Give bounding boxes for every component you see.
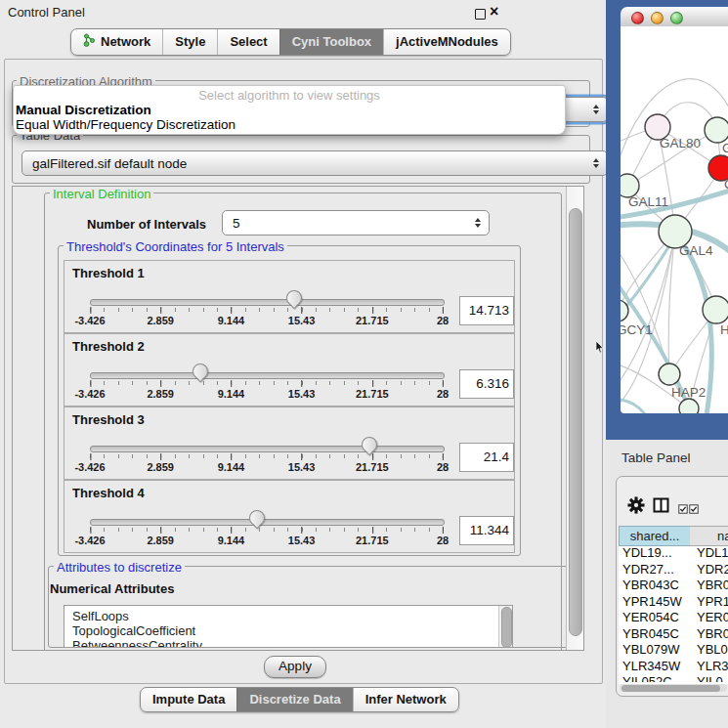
scrollbar-thumb[interactable] bbox=[621, 685, 720, 692]
network-canvas[interactable]: GAL80 GA C GAL11 GAL4 GCY1 H HAP2 bbox=[621, 26, 728, 413]
network-icon bbox=[83, 33, 96, 50]
popup-item-manual-discretization[interactable]: Manual Discretization bbox=[16, 103, 151, 117]
close-icon[interactable]: × bbox=[490, 2, 498, 21]
node-label-fragment: H bbox=[720, 322, 728, 337]
slider-ticks bbox=[90, 381, 444, 385]
tick-label: 9.144 bbox=[218, 315, 245, 326]
tick-label: 21.715 bbox=[356, 388, 389, 400]
node-label-hap2: HAP2 bbox=[671, 385, 706, 400]
table-row[interactable]: YLR345WYLR34 bbox=[619, 659, 728, 675]
tab-network[interactable]: Network bbox=[71, 29, 162, 55]
slider-thumb[interactable] bbox=[190, 361, 212, 383]
node-table: shared... na YDL19...YDL19 YDR27...YDR27… bbox=[619, 526, 728, 684]
settings-scrollbar[interactable] bbox=[566, 187, 583, 650]
attributes-group-title: Attributes to discretize bbox=[54, 560, 185, 575]
tick-label: -3.426 bbox=[74, 388, 105, 400]
node-partial-top-right[interactable] bbox=[705, 117, 728, 143]
tab-discretize-data[interactable]: Discretize Data bbox=[236, 688, 352, 711]
list-item[interactable]: SelfLoops bbox=[64, 606, 512, 623]
spinner-arrows-icon bbox=[475, 218, 481, 228]
threshold-3-value-field[interactable]: 21.4 bbox=[459, 443, 514, 472]
tick-label: -3.426 bbox=[74, 461, 105, 473]
top-tab-bar: Network Style Select Cyni Toolbox jActiv… bbox=[70, 28, 511, 56]
apply-button[interactable]: Apply bbox=[264, 656, 326, 678]
node-label-fragment: GA bbox=[722, 141, 728, 155]
num-intervals-spinner[interactable]: 5 bbox=[222, 210, 490, 236]
tick-label: 2.859 bbox=[147, 461, 174, 473]
popup-item-equal-width[interactable]: Equal Width/Frequency Discretization bbox=[16, 117, 236, 132]
control-panel: Control Panel × Network Style Select Cyn… bbox=[0, 0, 606, 728]
tick-label: 15.43 bbox=[288, 535, 316, 546]
slider-ticks bbox=[90, 528, 444, 532]
table-row[interactable]: YBR043CYBR04 bbox=[619, 578, 728, 594]
table-row[interactable]: YDL19...YDL19 bbox=[619, 545, 728, 562]
slider-thumb[interactable] bbox=[359, 434, 381, 456]
slider-thumb[interactable] bbox=[245, 507, 268, 530]
table-row[interactable]: YPR145WYPR14 bbox=[619, 594, 728, 611]
num-intervals-label: Number of Intervals bbox=[87, 217, 206, 232]
threshold-1-value-field[interactable]: 14.713 bbox=[459, 296, 514, 325]
combo-arrows-icon bbox=[593, 158, 599, 168]
tick-label: 15.43 bbox=[288, 315, 316, 326]
gear-icon[interactable] bbox=[627, 496, 645, 518]
numerical-attributes-list[interactable]: SelfLoops TopologicalCoefficient Between… bbox=[64, 605, 513, 648]
scrollbar-thumb[interactable] bbox=[569, 208, 582, 636]
network-window-titlebar[interactable] bbox=[621, 7, 728, 27]
table-row[interactable]: YIL052CYIL0 bbox=[619, 674, 728, 682]
table-row[interactable]: YBR045CYBR04 bbox=[619, 626, 728, 643]
table-row[interactable]: YER054CYER05 bbox=[619, 610, 728, 626]
threshold-2-value-field[interactable]: 6.316 bbox=[459, 369, 514, 399]
control-panel-titlebar: Control Panel × bbox=[0, 0, 606, 25]
interval-group-title: Interval Definition bbox=[50, 187, 153, 201]
table-data-combo-value: galFiltered.sif default node bbox=[32, 156, 187, 171]
table-horizontal-scrollbar[interactable] bbox=[620, 684, 727, 692]
tick-label: 9.144 bbox=[218, 461, 245, 473]
column-header-shared[interactable]: shared... bbox=[619, 526, 691, 546]
num-intervals-value: 5 bbox=[233, 216, 240, 231]
node-bottom-partial[interactable] bbox=[679, 399, 699, 413]
tick-label: 28 bbox=[437, 315, 449, 326]
tab-jactivemnodules[interactable]: jActiveMNodules bbox=[383, 29, 510, 55]
table-data-combo[interactable]: galFiltered.sif default node bbox=[21, 150, 608, 176]
tick-label: 15.43 bbox=[288, 388, 316, 400]
table-panel-toolbar bbox=[616, 493, 728, 523]
node-h[interactable] bbox=[703, 296, 728, 323]
float-window-icon[interactable] bbox=[475, 9, 486, 20]
slider-thumb[interactable] bbox=[283, 287, 306, 310]
combo-arrows-icon bbox=[593, 105, 599, 114]
tick-label: 21.715 bbox=[356, 315, 389, 326]
column-header-name[interactable]: na bbox=[690, 526, 728, 546]
tick-label: 2.859 bbox=[147, 388, 174, 400]
tick-label: 21.715 bbox=[356, 535, 389, 546]
checkbox-icon[interactable] bbox=[689, 500, 699, 518]
threshold-4-value-field[interactable]: 11.344 bbox=[459, 516, 514, 545]
tick-label: 21.715 bbox=[356, 461, 389, 473]
mouse-cursor bbox=[595, 340, 604, 358]
algorithm-dropdown-popup: Select algorithm to view settings Manual… bbox=[13, 85, 566, 135]
tab-impute-data[interactable]: Impute Data bbox=[141, 688, 236, 711]
numerical-attributes-label: Numerical Attributes bbox=[50, 581, 174, 596]
zoom-traffic-light[interactable] bbox=[670, 12, 683, 24]
tab-style[interactable]: Style bbox=[162, 29, 217, 55]
split-columns-icon[interactable] bbox=[653, 497, 669, 517]
list-item[interactable]: BetweennessCentrality bbox=[64, 638, 512, 648]
node-label-gal4: GAL4 bbox=[679, 243, 713, 258]
list-item[interactable]: TopologicalCoefficient bbox=[64, 623, 512, 638]
close-traffic-light[interactable] bbox=[631, 12, 644, 24]
table-row[interactable]: YDR27...YDR27 bbox=[619, 562, 728, 578]
list-scrollbar[interactable] bbox=[498, 606, 512, 647]
threshold-label: Threshold 2 bbox=[72, 339, 145, 354]
node-hap2[interactable] bbox=[659, 364, 680, 385]
tab-cyni-toolbox[interactable]: Cyni Toolbox bbox=[279, 29, 383, 55]
tab-label: Network bbox=[101, 34, 150, 49]
tick-label: -3.426 bbox=[74, 315, 105, 326]
tick-label: 2.859 bbox=[147, 315, 174, 326]
checkbox-icon[interactable] bbox=[678, 500, 688, 518]
minimize-traffic-light[interactable] bbox=[651, 12, 664, 24]
network-window-frame: GAL80 GA C GAL11 GAL4 GCY1 H HAP2 bbox=[606, 0, 728, 440]
threshold-label: Threshold 3 bbox=[72, 412, 145, 427]
tab-select[interactable]: Select bbox=[217, 29, 278, 55]
tab-infer-network[interactable]: Infer Network bbox=[353, 688, 458, 711]
table-row[interactable]: YBL079WYBL07 bbox=[619, 642, 728, 659]
node-label-gal80: GAL80 bbox=[660, 136, 701, 150]
